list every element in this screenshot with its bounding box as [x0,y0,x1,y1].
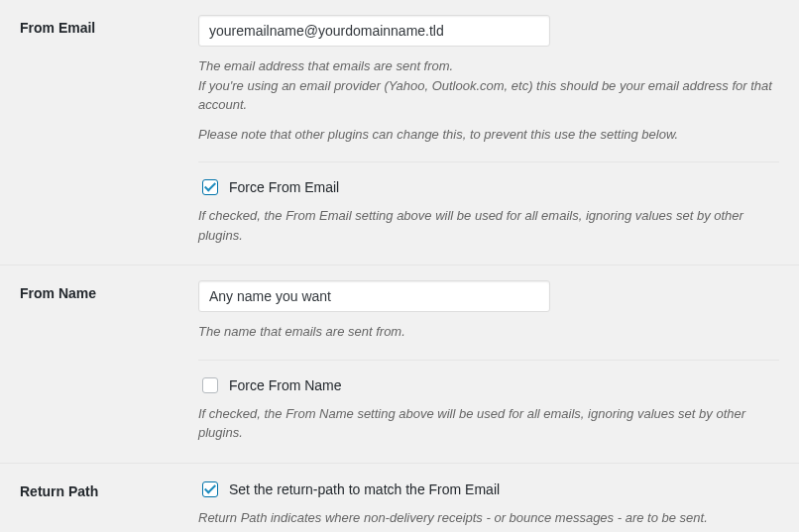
from-name-desc: The name that emails are sent from. [198,322,779,342]
row-from-email: From Email The email address that emails… [0,0,799,266]
force-from-name-desc: If checked, the From Name setting above … [198,404,779,443]
return-path-desc-1: Return Path indicates where non-delivery… [198,510,708,525]
from-email-input[interactable] [198,15,550,47]
from-email-desc-1: The email address that emails are sent f… [198,58,453,73]
label-from-email: From Email [0,0,198,266]
return-path-checkbox[interactable] [202,481,218,497]
return-path-check-label[interactable]: Set the return-path to match the From Em… [229,481,500,497]
force-from-name-checkbox[interactable] [202,377,218,393]
force-from-email-row: Force From Email [198,176,779,198]
row-return-path: Return Path Set the return-path to match… [0,463,799,532]
return-path-row: Set the return-path to match the From Em… [198,479,779,500]
from-name-input[interactable] [198,280,550,312]
from-email-desc-2: If you're using an email provider (Yahoo… [198,78,772,113]
force-from-name-label[interactable]: Force From Name [229,377,342,393]
force-from-email-checkbox[interactable] [202,179,218,195]
label-return-path: Return Path [0,463,198,532]
separator [198,360,779,361]
force-from-email-desc: If checked, the From Email setting above… [198,206,779,245]
force-from-email-label[interactable]: Force From Email [229,179,339,195]
row-from-name: From Name The name that emails are sent … [0,266,799,464]
force-from-name-row: Force From Name [198,374,779,396]
smtp-settings-table: From Email The email address that emails… [0,0,799,532]
separator [198,161,779,162]
from-email-desc-3: Please note that other plugins can chang… [198,125,779,145]
label-from-name: From Name [0,266,198,464]
